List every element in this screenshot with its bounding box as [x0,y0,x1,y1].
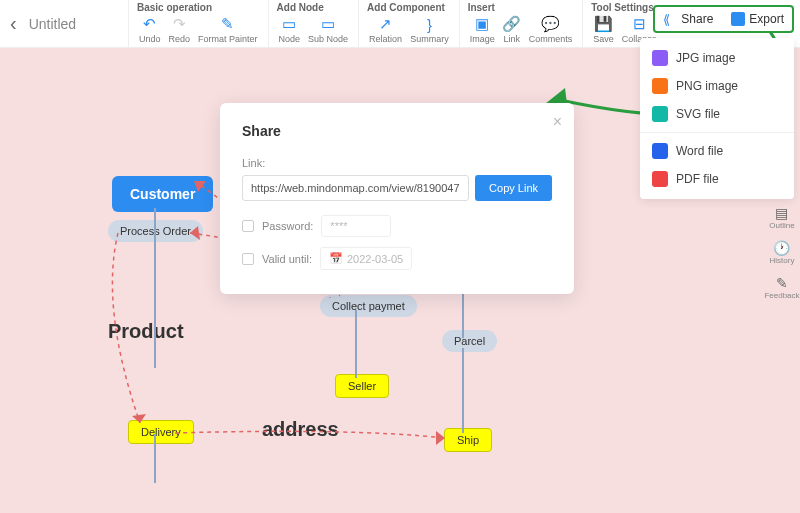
image-button[interactable]: ▣Image [468,15,497,44]
group-basic: Basic operation ↶Undo ↷Redo ✎Format Pain… [128,0,268,47]
password-checkbox[interactable] [242,220,254,232]
node-seller[interactable]: Seller [335,374,389,398]
comments-button[interactable]: 💬Comments [527,15,575,44]
label-product: Product [108,320,184,343]
redo-icon: ↷ [170,15,188,33]
node-delivery[interactable]: Delivery [128,420,194,444]
export-icon [731,12,745,26]
rt-feedback[interactable]: ✎Feedback [764,275,799,300]
share-button[interactable]: ⟪Share [657,9,719,29]
share-icon: ⟪ [663,12,677,26]
valid-until-field[interactable]: 📅2022-03-05 [320,247,412,270]
group-insert-label: Insert [468,2,575,13]
summary-icon: } [420,15,438,33]
valid-until-checkbox[interactable] [242,253,254,265]
export-separator [640,132,794,133]
node-ship[interactable]: Ship [444,428,492,452]
export-png[interactable]: PNG image [640,72,794,100]
password-label: Password: [262,220,313,232]
password-field[interactable]: **** [321,215,391,237]
export-button[interactable]: Export [725,9,790,29]
save-icon: 💾 [594,15,612,33]
group-add-component-label: Add Component [367,2,451,13]
back-chevron-icon[interactable]: ‹ [10,12,17,35]
group-add-node: Add Node ▭Node ▭Sub Node [268,0,359,47]
relation-icon: ↗ [377,15,395,33]
undo-icon: ↶ [141,15,159,33]
doc-title[interactable]: Untitled [29,16,76,32]
node-button[interactable]: ▭Node [277,15,303,44]
share-export-buttons: ⟪Share Export [653,5,794,33]
link-label: Link: [242,157,552,169]
link-button[interactable]: 🔗Link [501,15,523,44]
link-icon: 🔗 [503,15,521,33]
subnode-icon: ▭ [319,15,337,33]
format-painter-button[interactable]: ✎Format Painter [196,15,260,44]
export-pdf[interactable]: PDF file [640,165,794,193]
jpg-icon [652,50,668,66]
pdf-icon [652,171,668,187]
close-icon[interactable]: × [553,113,562,131]
subnode-button[interactable]: ▭Sub Node [306,15,350,44]
group-insert: Insert ▣Image 🔗Link 💬Comments [459,0,583,47]
image-icon: ▣ [473,15,491,33]
node-customer[interactable]: Customer [112,176,213,212]
comments-icon: 💬 [541,15,559,33]
word-icon [652,143,668,159]
export-svg[interactable]: SVG file [640,100,794,128]
rt-history[interactable]: 🕐History [770,240,795,265]
png-icon [652,78,668,94]
export-dropdown: JPG image PNG image SVG file Word file P… [640,38,794,199]
copy-link-button[interactable]: Copy Link [475,175,552,201]
node-collect-payment[interactable]: Collect paymet [320,295,417,317]
valid-until-label: Valid until: [262,253,312,265]
svg-icon [652,106,668,122]
label-address: address [262,418,339,441]
export-jpg[interactable]: JPG image [640,44,794,72]
node-process-order[interactable]: Process Order [108,220,203,242]
history-icon: 🕐 [773,240,790,256]
undo-button[interactable]: ↶Undo [137,15,163,44]
share-modal: × Share Link: Copy Link Password: **** V… [220,103,574,294]
format-painter-icon: ✎ [219,15,237,33]
summary-button[interactable]: }Summary [408,15,451,44]
rt-outline[interactable]: ▤Outline [769,205,794,230]
relation-button[interactable]: ↗Relation [367,15,404,44]
feedback-icon: ✎ [776,275,788,291]
group-add-node-label: Add Node [277,2,351,13]
group-tool-settings-label: Tool Settings [591,2,659,13]
redo-button[interactable]: ↷Redo [167,15,193,44]
node-parcel[interactable]: Parcel [442,330,497,352]
group-basic-label: Basic operation [137,2,260,13]
doc-title-area: ‹ Untitled [0,0,128,47]
collapse-icon: ⊟ [630,15,648,33]
share-modal-title: Share [242,123,552,139]
outline-icon: ▤ [775,205,788,221]
calendar-icon: 📅 [329,252,343,265]
save-button[interactable]: 💾Save [591,15,616,44]
share-link-input[interactable] [242,175,469,201]
group-add-component: Add Component ↗Relation }Summary [358,0,459,47]
export-word[interactable]: Word file [640,137,794,165]
node-icon: ▭ [280,15,298,33]
